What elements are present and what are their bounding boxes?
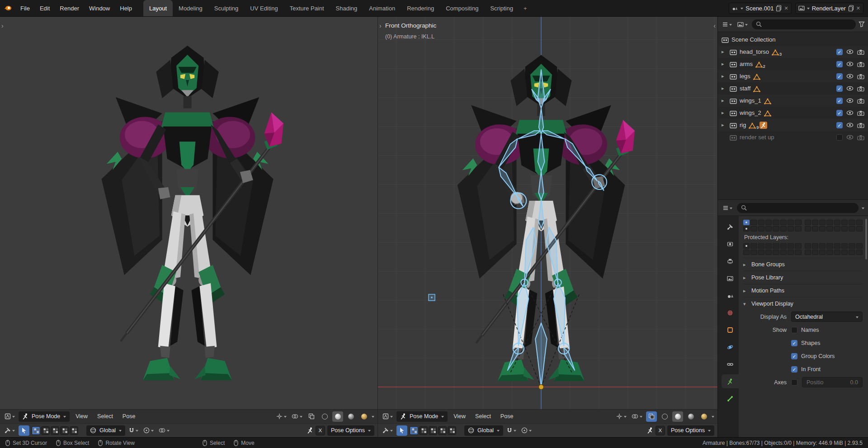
outliner-display-mode-button[interactable] — [721, 19, 733, 29]
exclude-checkbox[interactable] — [836, 49, 843, 55]
layer-cell[interactable] — [758, 226, 764, 231]
tab-constraints[interactable] — [722, 357, 739, 371]
layer-cell[interactable] — [834, 243, 840, 249]
tab-object-data-armature[interactable] — [722, 374, 739, 388]
blender-logo-icon[interactable] — [0, 0, 15, 16]
layer-cell[interactable] — [788, 243, 794, 249]
region-toggle-icon[interactable]: ‹ — [713, 22, 716, 29]
display-as-dropdown[interactable]: Octahedral — [791, 311, 863, 322]
tab-shading[interactable]: Shading — [330, 0, 363, 16]
tab-object[interactable] — [722, 323, 739, 337]
outliner-row-legs[interactable]: ▸ legs — [718, 70, 868, 82]
select-intersect-button[interactable] — [70, 426, 78, 435]
outliner-row-arms[interactable]: ▸ arms 2 — [718, 58, 868, 70]
tab-layout[interactable]: Layout — [143, 0, 173, 16]
eye-icon[interactable] — [846, 123, 854, 127]
camera-icon[interactable] — [857, 110, 864, 116]
shapes-checkbox[interactable] — [791, 340, 797, 346]
mirror-x-button[interactable]: X — [656, 426, 665, 435]
show-gizmo-button[interactable] — [275, 411, 288, 422]
layer-cell[interactable] — [765, 250, 772, 255]
viewport-user-perspective[interactable]: › Pose Mode View Select Pose — [0, 17, 378, 437]
eye-icon[interactable] — [846, 61, 854, 66]
tab-render[interactable] — [722, 237, 739, 251]
layer-cell[interactable] — [788, 226, 794, 231]
camera-icon[interactable] — [857, 61, 864, 67]
select-menu[interactable]: Select — [94, 410, 117, 423]
select-subtract-button[interactable] — [429, 426, 437, 435]
pose-menu[interactable]: Pose — [497, 410, 517, 423]
layer-cell[interactable] — [819, 243, 826, 249]
names-checkbox[interactable] — [791, 327, 797, 333]
panel-motion-paths[interactable]: ▸ Motion Paths — [743, 284, 863, 297]
select-intersect-button[interactable] — [448, 426, 456, 435]
select-extend-button[interactable] — [41, 426, 50, 435]
tab-modeling[interactable]: Modeling — [173, 0, 208, 16]
layer-cell[interactable] — [849, 220, 855, 225]
tab-output[interactable] — [722, 254, 739, 268]
disclosure-icon[interactable]: ▸ — [722, 49, 727, 55]
layer-cell[interactable] — [856, 220, 863, 225]
layer-cell[interactable] — [773, 220, 779, 225]
region-toggle-icon[interactable]: › — [379, 22, 382, 29]
layer-cell[interactable] — [795, 250, 801, 255]
shading-material-button[interactable] — [685, 411, 696, 422]
outliner-filter-mode-button[interactable] — [736, 19, 749, 29]
cursor-tool-button[interactable] — [19, 425, 29, 436]
layer-cell[interactable] — [834, 220, 840, 225]
view-menu[interactable]: View — [450, 410, 469, 423]
layer-cell[interactable] — [765, 220, 772, 225]
layer-cell[interactable] — [826, 220, 833, 225]
active-tool-button[interactable] — [3, 425, 16, 436]
tab-sculpting[interactable]: Sculpting — [208, 0, 244, 16]
layer-cell[interactable] — [750, 220, 757, 225]
disclosure-icon[interactable]: ▸ — [722, 85, 727, 91]
exclude-checkbox[interactable] — [836, 61, 843, 67]
select-set-button[interactable] — [410, 426, 418, 435]
layer-cell[interactable] — [812, 243, 818, 249]
tab-animation[interactable]: Animation — [363, 0, 401, 16]
snap-button[interactable] — [127, 425, 140, 436]
shading-wireframe-button[interactable] — [659, 411, 670, 422]
layer-cell[interactable] — [795, 226, 801, 231]
camera-icon[interactable] — [857, 74, 864, 79]
layer-cell[interactable] — [780, 243, 787, 249]
layer-cell[interactable] — [773, 250, 779, 255]
snap-button[interactable] — [505, 425, 518, 436]
camera-icon[interactable] — [857, 135, 864, 140]
editor-type-button[interactable] — [381, 411, 394, 422]
layer-cell[interactable] — [780, 226, 787, 231]
unlink-scene-icon[interactable]: ✕ — [784, 5, 788, 11]
layer-cell[interactable] — [841, 226, 848, 231]
layer-cell[interactable] — [765, 226, 772, 231]
axes-checkbox[interactable] — [791, 379, 797, 386]
viewport-canvas[interactable] — [0, 17, 378, 437]
tab-tool[interactable] — [722, 220, 739, 234]
properties-search-input[interactable] — [737, 203, 859, 213]
disclosure-icon[interactable]: ▸ — [722, 98, 727, 104]
panel-pose-library[interactable]: ▸ Pose Library — [743, 271, 863, 284]
menu-edit[interactable]: Edit — [35, 0, 55, 16]
layer-cell[interactable] — [849, 226, 855, 231]
menu-render[interactable]: Render — [55, 0, 84, 16]
shading-material-button[interactable] — [345, 411, 356, 422]
layer-cell[interactable] — [773, 243, 779, 249]
snap-target-button[interactable] — [157, 425, 171, 436]
layer-cell[interactable] — [826, 226, 833, 231]
transform-orientation-dropdown[interactable]: Global — [464, 425, 503, 436]
layer-cell[interactable] — [743, 226, 750, 231]
properties-editor-type-button[interactable] — [722, 203, 734, 213]
tab-view-layer[interactable] — [722, 271, 739, 285]
select-invert-button[interactable] — [60, 426, 69, 435]
shading-rendered-button[interactable] — [698, 411, 709, 422]
disclosure-icon[interactable]: ▸ — [722, 122, 727, 128]
disclosure-icon[interactable]: ▸ — [722, 61, 727, 67]
mode-dropdown[interactable]: Pose Mode — [19, 411, 70, 422]
disclosure-icon[interactable]: ▸ — [722, 110, 727, 116]
chevron-down-icon[interactable] — [862, 207, 864, 211]
shading-solid-button[interactable] — [332, 411, 343, 422]
layer-cell[interactable] — [805, 226, 811, 231]
mode-dropdown[interactable]: Pose Mode — [396, 411, 448, 422]
outliner-row-wings-2[interactable]: ▸ wings_2 — [718, 107, 868, 119]
tab-physics[interactable] — [722, 340, 739, 354]
